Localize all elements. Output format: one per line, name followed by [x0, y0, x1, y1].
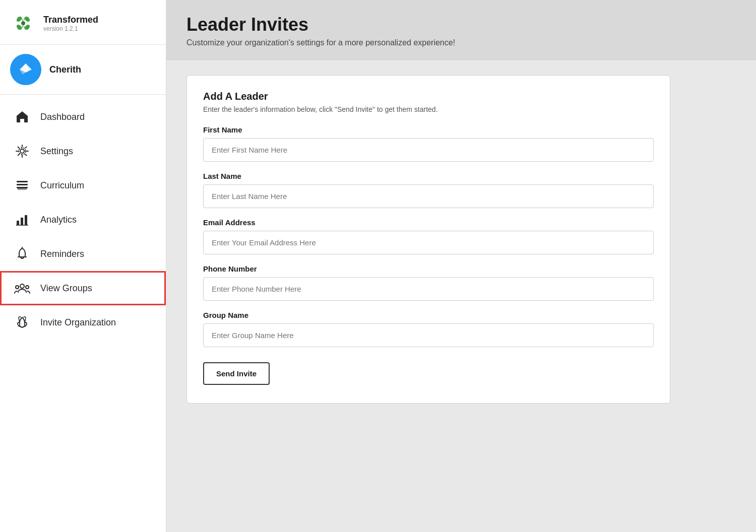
- svg-point-23: [16, 286, 19, 289]
- svg-rect-16: [18, 188, 27, 190]
- invite-icon: [14, 314, 30, 330]
- settings-icon: [14, 143, 30, 159]
- phone-input[interactable]: [203, 277, 654, 301]
- app-name: Transformed: [43, 15, 98, 25]
- bell-icon: [14, 246, 30, 262]
- page-subtitle: Customize your organization's settings f…: [186, 38, 736, 47]
- svg-rect-18: [21, 218, 23, 225]
- app-info: Transformed version 1.2.1: [43, 15, 98, 32]
- user-section: Cherith: [0, 45, 166, 95]
- form-card-subtitle: Enter the leader's information below, cl…: [203, 105, 654, 113]
- last-name-group: Last Name: [203, 172, 654, 208]
- sidebar-item-invite-organization[interactable]: Invite Organization: [0, 305, 166, 340]
- groups-icon: [14, 280, 30, 296]
- avatar: [10, 54, 41, 85]
- sidebar-item-label-reminders: Reminders: [40, 249, 84, 259]
- sidebar-item-reminders[interactable]: Reminders: [0, 237, 166, 271]
- app-logo: [10, 10, 36, 36]
- page-title: Leader Invites: [186, 14, 736, 35]
- curriculum-icon: [14, 177, 30, 193]
- analytics-icon: [14, 212, 30, 228]
- send-invite-button[interactable]: Send Invite: [203, 362, 270, 385]
- sidebar-item-label-view-groups: View Groups: [40, 283, 92, 294]
- sidebar-item-view-groups[interactable]: View Groups: [0, 271, 166, 305]
- sidebar-item-curriculum[interactable]: Curriculum: [0, 168, 166, 203]
- form-card-title: Add A Leader: [203, 91, 654, 102]
- sidebar-item-dashboard[interactable]: Dashboard: [0, 100, 166, 134]
- sidebar-item-settings[interactable]: Settings: [0, 134, 166, 168]
- username: Cherith: [49, 64, 81, 75]
- svg-rect-17: [17, 221, 19, 225]
- home-icon: [14, 109, 30, 125]
- sidebar-item-analytics[interactable]: Analytics: [0, 203, 166, 237]
- phone-group: Phone Number: [203, 264, 654, 301]
- first-name-group: First Name: [203, 125, 654, 162]
- email-label: Email Address: [203, 218, 654, 227]
- last-name-input[interactable]: [203, 184, 654, 208]
- app-version: version 1.2.1: [43, 25, 98, 32]
- svg-rect-19: [25, 215, 27, 225]
- last-name-label: Last Name: [203, 172, 654, 180]
- sidebar-item-label-curriculum: Curriculum: [40, 180, 84, 191]
- main-content: Leader Invites Customize your organizati…: [166, 0, 756, 532]
- sidebar-item-label-invite-organization: Invite Organization: [40, 317, 116, 328]
- page-header: Leader Invites Customize your organizati…: [166, 0, 756, 60]
- sidebar-item-label-dashboard: Dashboard: [40, 112, 85, 122]
- sidebar: Transformed version 1.2.1 Cherith Dashbo…: [0, 0, 166, 532]
- svg-rect-14: [17, 184, 28, 185]
- sidebar-item-label-analytics: Analytics: [40, 215, 77, 225]
- group-name-input[interactable]: [203, 323, 654, 347]
- svg-rect-13: [17, 181, 28, 182]
- sidebar-item-label-settings: Settings: [40, 146, 73, 157]
- svg-rect-15: [17, 187, 28, 188]
- email-group: Email Address: [203, 218, 654, 254]
- page-content: Add A Leader Enter the leader's informat…: [166, 60, 756, 532]
- svg-point-6: [21, 21, 25, 25]
- first-name-label: First Name: [203, 125, 654, 134]
- phone-label: Phone Number: [203, 264, 654, 273]
- sidebar-header: Transformed version 1.2.1: [0, 0, 166, 45]
- svg-point-24: [26, 286, 29, 289]
- group-name-label: Group Name: [203, 311, 654, 319]
- add-leader-form-card: Add A Leader Enter the leader's informat…: [186, 75, 670, 404]
- svg-point-22: [20, 284, 24, 288]
- group-name-group: Group Name: [203, 311, 654, 347]
- svg-point-11: [20, 149, 24, 153]
- email-input[interactable]: [203, 231, 654, 254]
- nav-menu: Dashboard Settings: [0, 95, 166, 532]
- first-name-input[interactable]: [203, 138, 654, 162]
